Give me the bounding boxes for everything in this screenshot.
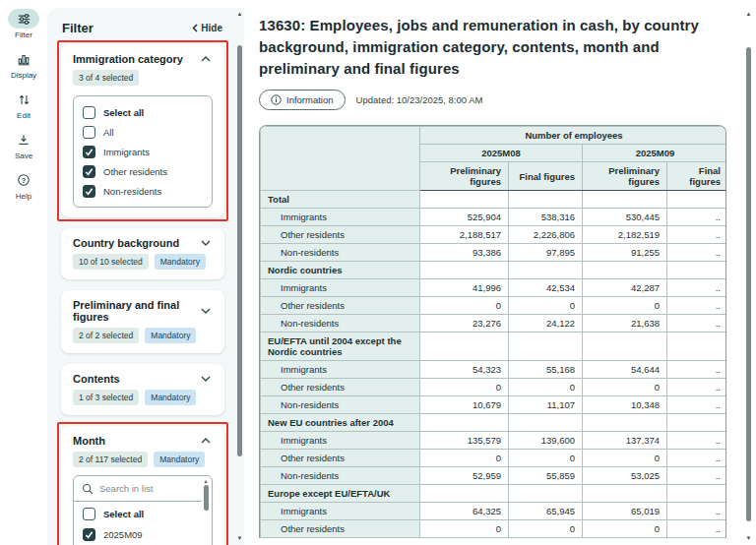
main-scrollbar[interactable]: ▲ ▼ xyxy=(744,10,753,545)
table-row: Other residents2,188,5172,226,8062,182,5… xyxy=(261,226,727,244)
table-cell xyxy=(667,485,727,503)
table-cell: 0 xyxy=(420,520,509,538)
unchecked-checkbox[interactable] xyxy=(83,508,95,520)
filter-section-country-background: Country background10 of 10 selectedManda… xyxy=(61,228,224,279)
option-label: Select all xyxy=(103,509,144,519)
filter-section-preliminary-and-final-figures: Preliminary and final figures2 of 2 sele… xyxy=(61,290,224,353)
table-cell xyxy=(509,333,583,361)
table-cell: 23,276 xyxy=(420,315,509,333)
filter-section-title: Contents xyxy=(73,373,120,385)
table-cell: 139,600 xyxy=(509,432,583,450)
table-cell xyxy=(583,414,667,432)
table-cell xyxy=(420,262,509,279)
chevron-up-icon[interactable] xyxy=(199,54,213,64)
option-2025m09[interactable]: 2025M09 xyxy=(83,524,193,545)
hide-panel-button[interactable]: Hide xyxy=(192,23,222,33)
rail-item-filter[interactable]: Filter xyxy=(8,9,39,39)
table-cell: .. xyxy=(667,209,727,226)
scrollbar-thumb[interactable] xyxy=(204,485,209,511)
column-header: Final figures xyxy=(667,162,727,191)
checked-checkbox[interactable] xyxy=(83,146,95,158)
table-cell xyxy=(509,414,583,432)
option-non-residents[interactable]: Non-residents xyxy=(83,181,203,201)
option-select-all[interactable]: Select all xyxy=(83,102,203,122)
checked-checkbox[interactable] xyxy=(83,528,95,541)
chevron-down-icon[interactable] xyxy=(199,238,213,248)
scroll-up-icon[interactable]: ▲ xyxy=(204,478,209,484)
unchecked-checkbox[interactable] xyxy=(83,106,95,119)
table-cell: .. xyxy=(667,279,727,297)
filter-panel-scrollbar[interactable]: ▲ ▼ xyxy=(235,10,244,545)
chevron-down-icon[interactable] xyxy=(199,374,213,384)
mandatory-badge: Mandatory xyxy=(145,328,196,343)
help-icon: ? xyxy=(17,173,31,187)
option-all[interactable]: All xyxy=(83,122,203,142)
scrollbar-thumb[interactable] xyxy=(237,45,242,456)
scroll-up-icon[interactable]: ▲ xyxy=(746,10,752,18)
data-table: Number of employees 2025M08 2025M09 Prel… xyxy=(259,125,726,538)
mandatory-badge: Mandatory xyxy=(154,452,205,467)
table-cell: 0 xyxy=(509,379,583,396)
option-label: Immigrants xyxy=(103,147,150,157)
info-icon xyxy=(271,94,282,105)
scroll-down-icon[interactable]: ▼ xyxy=(237,534,243,542)
table-cell: 91,255 xyxy=(583,244,667,262)
chevron-down-icon[interactable] xyxy=(199,306,213,316)
table-row: Non-residents10,67911,10710,348.. xyxy=(261,396,727,414)
rail-item-save[interactable]: Save xyxy=(8,130,39,160)
table-cell: 0 xyxy=(420,450,509,467)
scroll-up-icon[interactable]: ▲ xyxy=(237,10,243,18)
table-row: Immigrants525,904538,316530,445.. xyxy=(261,209,727,226)
information-button[interactable]: Information xyxy=(259,90,346,110)
table-cell xyxy=(509,191,583,209)
scrollbar-thumb[interactable] xyxy=(746,47,751,521)
rail-item-display[interactable]: Display xyxy=(8,49,39,80)
table-row: Other residents000.. xyxy=(261,379,727,396)
table-cell: 0 xyxy=(509,450,583,467)
filter-section-title: Country background xyxy=(73,237,179,249)
chevron-up-icon[interactable] xyxy=(199,436,213,446)
checked-checkbox[interactable] xyxy=(83,185,95,198)
row-label: New EU countries after 2004 xyxy=(261,414,420,432)
table-row: Immigrants54,32355,16854,644.. xyxy=(261,361,727,379)
search-input[interactable]: Search in list xyxy=(74,476,202,502)
scroll-down-icon[interactable]: ▼ xyxy=(746,534,752,542)
column-header: Preliminary figures xyxy=(420,162,509,191)
table-cell xyxy=(583,191,667,209)
table-cell xyxy=(509,262,583,279)
table-cell: 0 xyxy=(420,379,509,396)
row-label: Immigrants xyxy=(261,432,420,450)
row-label: Non-residents xyxy=(261,315,420,333)
option-other-residents[interactable]: Other residents xyxy=(83,161,203,181)
table-cell: 53,025 xyxy=(583,467,667,485)
filter-section-title: Immigration category xyxy=(73,53,183,65)
row-label: Immigrants xyxy=(261,361,420,379)
table-cell xyxy=(420,485,509,503)
row-label: Immigrants xyxy=(261,279,420,297)
option-select-all[interactable]: Select all xyxy=(83,504,193,524)
unchecked-checkbox[interactable] xyxy=(83,126,95,139)
table-stub-header xyxy=(261,127,420,191)
table-cell: 52,959 xyxy=(420,467,509,485)
rail-item-help[interactable]: ?Help xyxy=(8,170,39,201)
table-cell xyxy=(583,262,667,279)
option-immigrants[interactable]: Immigrants xyxy=(83,142,203,161)
table-row: Non-residents23,27624,12221,638.. xyxy=(261,315,727,333)
row-label: Non-residents xyxy=(261,244,420,262)
table-cell: 0 xyxy=(583,520,667,538)
table-row: Immigrants41,99642,53442,287.. xyxy=(261,279,727,297)
filter-panel: Filter Hide Immigration category3 of 4 s… xyxy=(47,8,244,545)
table-cell xyxy=(509,485,583,503)
table-cell: 11,107 xyxy=(509,396,583,414)
updated-timestamp: Updated: 10/23/2025, 8:00 AM xyxy=(356,94,483,105)
table-row: Total xyxy=(261,191,727,209)
information-label: Information xyxy=(286,94,334,105)
checked-checkbox[interactable] xyxy=(83,165,95,178)
table-cell: 54,323 xyxy=(420,361,509,379)
mandatory-badge: Mandatory xyxy=(145,390,196,405)
table-row: Europe except EU/EFTA/UK xyxy=(261,485,727,503)
table-cell: 525,904 xyxy=(420,209,509,226)
rail-item-edit[interactable]: Edit xyxy=(8,90,39,120)
table-cell: 64,325 xyxy=(420,503,509,520)
list-scrollbar[interactable]: ▲ xyxy=(202,478,210,537)
